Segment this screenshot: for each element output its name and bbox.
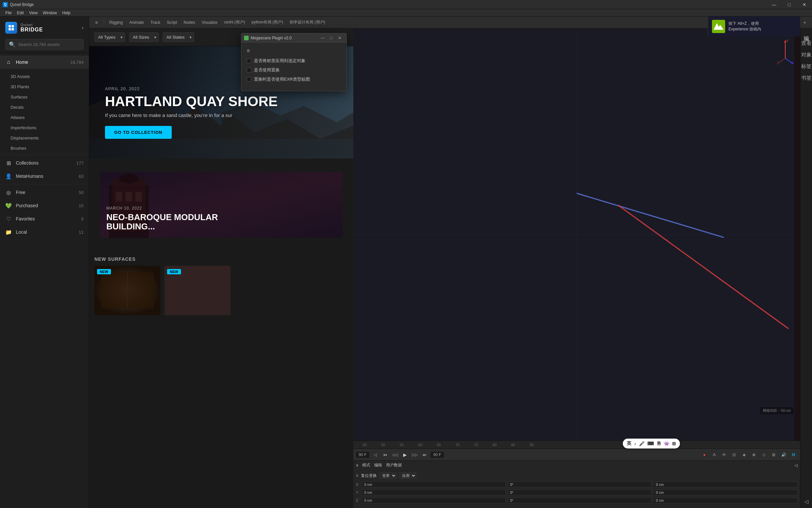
new-surfaces-label: NEW SURFACES bbox=[89, 251, 353, 266]
rt-view-btn[interactable]: 查看 bbox=[801, 38, 812, 49]
vp-tab-rigging[interactable]: Rigging bbox=[107, 18, 126, 27]
vp-tab-script[interactable]: Script bbox=[164, 18, 180, 27]
pb-options-4[interactable]: ◇ bbox=[760, 451, 768, 459]
userdata-label[interactable]: 用户数据 bbox=[386, 462, 402, 468]
surface-item-1[interactable]: NEW bbox=[94, 266, 160, 315]
pb-record-btn[interactable]: ● bbox=[700, 451, 708, 459]
menu-edit[interactable]: Edit bbox=[14, 9, 27, 16]
ime-keyboard-btn[interactable]: ⌨ bbox=[647, 441, 654, 446]
y-rot[interactable] bbox=[508, 490, 652, 496]
back-btn[interactable]: ◁ bbox=[795, 463, 798, 468]
pb-options-3[interactable]: ⊕ bbox=[750, 451, 758, 459]
vp-tab-animate[interactable]: Animate bbox=[127, 18, 147, 27]
ms-menu-icon[interactable]: ≡ bbox=[247, 48, 341, 54]
y-pos[interactable] bbox=[362, 490, 506, 496]
z-pos[interactable] bbox=[362, 498, 506, 503]
menu-view[interactable]: View bbox=[27, 9, 40, 16]
ime-doc-btn[interactable]: 🖹 bbox=[657, 441, 661, 446]
pb-play-btn[interactable]: ▶ bbox=[401, 451, 409, 459]
mode-label[interactable]: 模式 bbox=[362, 462, 370, 468]
sidebar-item-purchased[interactable]: 💚 Purchased 15 bbox=[0, 199, 89, 212]
ime-mic-btn[interactable]: 🎤 bbox=[639, 441, 644, 446]
size-filter[interactable]: All Sizes bbox=[129, 32, 159, 42]
sidebar-item-metahumans[interactable]: 👤 MetaHumans 63 bbox=[0, 170, 89, 183]
vp-tab-ceshi[interactable]: ceshi (用户) bbox=[221, 18, 247, 27]
transform-space-select[interactable]: 世界 bbox=[379, 472, 396, 479]
vp-tab-track[interactable]: Track bbox=[148, 18, 163, 27]
pb-options-2[interactable]: ◈ bbox=[740, 451, 748, 459]
ms-checkbox-3[interactable] bbox=[247, 77, 251, 82]
vp-menu-btn[interactable]: ≡ bbox=[92, 18, 101, 27]
pb-loop-btn[interactable]: ⟳ bbox=[720, 451, 728, 459]
y-scale[interactable] bbox=[654, 490, 798, 496]
sidebar-item-collections[interactable]: ⊞ Collections 177 bbox=[0, 156, 89, 170]
rt-bkm-btn[interactable]: 书签 bbox=[801, 73, 812, 84]
sidebar-item-decals[interactable]: Decals bbox=[0, 102, 89, 112]
transform-menu[interactable]: ≡ bbox=[356, 473, 358, 478]
x-scale[interactable] bbox=[654, 481, 798, 488]
collections-count: 177 bbox=[76, 161, 84, 166]
ime-grid-btn[interactable]: ⊞ bbox=[672, 441, 676, 446]
vp-tab-python[interactable]: python布局 (用户) bbox=[249, 18, 286, 27]
rt-collapse-btn[interactable]: ◁ bbox=[804, 497, 808, 507]
playback-step-back-btn[interactable]: ⏮ bbox=[381, 451, 389, 459]
edit-label[interactable]: 编辑 bbox=[374, 462, 382, 468]
pb-fast-forward-btn[interactable]: ▷▷ bbox=[411, 451, 419, 459]
pb-options-5[interactable]: ⊞ bbox=[770, 451, 778, 459]
sidebar-item-free[interactable]: ◎ Free 50 bbox=[0, 186, 89, 199]
sidebar-item-favorites[interactable]: ♡ Favorites 0 bbox=[0, 212, 89, 225]
sidebar-item-displacements[interactable]: Displacements bbox=[0, 133, 89, 143]
x-pos[interactable] bbox=[362, 481, 506, 488]
pb-mode-btn[interactable]: A bbox=[710, 451, 718, 459]
vp-tab-nodes[interactable]: Nodes bbox=[181, 18, 198, 27]
search-input[interactable] bbox=[18, 42, 80, 47]
pb-options-1[interactable]: ⊡ bbox=[730, 451, 738, 459]
maximize-btn[interactable]: □ bbox=[781, 0, 797, 9]
sidebar-item-home[interactable]: ⌂ Home 16,784 bbox=[0, 55, 89, 69]
sidebar-item-surfaces[interactable]: Surfaces bbox=[0, 92, 89, 102]
minimize-btn[interactable]: — bbox=[766, 0, 781, 9]
transform-apply-select[interactable]: 应用 bbox=[399, 472, 416, 479]
vp-add-tab[interactable]: + bbox=[800, 18, 809, 27]
menu-file[interactable]: File bbox=[3, 9, 14, 16]
rt-tag-btn[interactable]: 标签 bbox=[801, 61, 812, 72]
close-btn[interactable]: ✕ bbox=[797, 0, 812, 9]
pb-icon-1[interactable]: ◁◁ bbox=[391, 451, 399, 459]
vp-tab-design[interactable]: 初学设计布局 (用户) bbox=[287, 18, 328, 27]
rt-obj-btn[interactable]: 对象 bbox=[801, 50, 812, 60]
ms-checkbox-1[interactable] bbox=[247, 58, 251, 63]
menu-window[interactable]: Window bbox=[40, 9, 60, 16]
ms-close-btn[interactable]: ✕ bbox=[336, 35, 344, 41]
z-scale[interactable] bbox=[654, 498, 798, 503]
pb-audio-btn[interactable]: 🔊 bbox=[780, 451, 787, 459]
ms-maximize-btn[interactable]: □ bbox=[327, 35, 335, 41]
z-rot[interactable] bbox=[508, 498, 652, 503]
menu-help[interactable]: Help bbox=[60, 9, 73, 16]
ms-checkbox-2[interactable] bbox=[247, 68, 251, 72]
window-title: Quixel Bridge bbox=[10, 2, 34, 7]
sidebar-item-3d-assets[interactable]: 3D Assets bbox=[0, 71, 89, 82]
ime-lang-btn[interactable]: 英 bbox=[627, 440, 631, 447]
ms-minimize-btn[interactable]: — bbox=[319, 35, 327, 41]
x-rot[interactable] bbox=[508, 481, 652, 488]
sidebar-collapse-btn[interactable]: ‹ bbox=[82, 25, 84, 31]
vp-tab-visualize[interactable]: Visualize bbox=[199, 18, 220, 27]
mode-menu-icon[interactable]: ≡ bbox=[356, 463, 358, 468]
pb-motion-btn[interactable]: M bbox=[790, 451, 798, 459]
ime-emoji-btn[interactable]: 👾 bbox=[664, 441, 669, 446]
rt-edit-btn[interactable]: 编辑 bbox=[803, 30, 810, 34]
sidebar-item-imperfections[interactable]: Imperfections bbox=[0, 123, 89, 133]
sidebar-item-local[interactable]: 📁 Local 11 bbox=[0, 225, 89, 239]
type-filter[interactable]: All Types bbox=[94, 32, 125, 42]
sidebar-item-atlases[interactable]: Atlases bbox=[0, 112, 89, 123]
ime-music-btn[interactable]: ♪ bbox=[634, 441, 636, 446]
sidebar-item-brushes[interactable]: Brushes bbox=[0, 143, 89, 153]
surface-item-2[interactable]: NEW bbox=[164, 266, 231, 315]
playback-prev-btn[interactable]: ◁ bbox=[371, 451, 379, 459]
collection-card-neobaroque[interactable]: MARCH 10, 2022 NEO-BAROQUE MODULAR BUILD… bbox=[100, 172, 343, 238]
pb-step-forward-btn[interactable]: ⏭ bbox=[421, 451, 429, 459]
hero-cta-button[interactable]: GO TO COLLECTION bbox=[105, 126, 172, 139]
sidebar-item-3d-plants[interactable]: 3D Plants bbox=[0, 82, 89, 92]
search-icon: 🔍 bbox=[9, 41, 15, 48]
state-filter[interactable]: All States bbox=[163, 32, 194, 42]
